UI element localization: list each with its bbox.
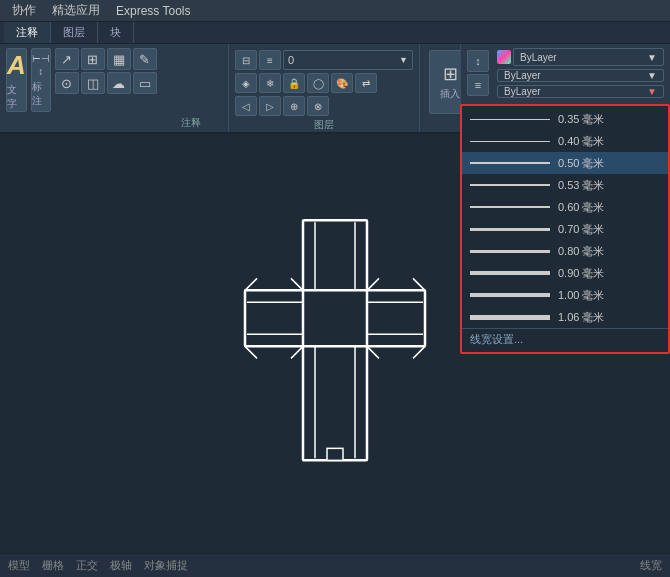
lw-value-060: 0.60 毫米 [558, 200, 604, 215]
layer-prev-btn[interactable]: ◁ [235, 96, 257, 116]
dim-icon: ⊢⊣↕ [32, 52, 50, 78]
osnap-btn[interactable]: 对象捕捉 [144, 558, 188, 573]
layer-mgr-btn[interactable]: ⊟ [235, 50, 257, 70]
text-icon: A [7, 50, 26, 81]
lw-line-106 [470, 315, 550, 320]
layer-props-btn[interactable]: ≡ [259, 50, 281, 70]
text-button[interactable]: A 文字 [6, 48, 27, 112]
layer-color-btn[interactable]: 🎨 [331, 73, 353, 93]
lw-item-106[interactable]: 1.06 毫米 [462, 306, 668, 328]
props-icons: ↕ ≡ [467, 50, 489, 96]
polar-btn[interactable]: 极轴 [110, 558, 132, 573]
svg-rect-14 [327, 448, 343, 460]
lw-item-060[interactable]: 0.60 毫米 [462, 196, 668, 218]
bylayer-row: ↕ ≡ ByLayer ▼ ByLayer ▼ [467, 48, 664, 98]
layer-lock-btn[interactable]: 🔒 [283, 73, 305, 93]
lw-value-090: 0.90 毫米 [558, 266, 604, 281]
lw-value-035: 0.35 毫米 [558, 112, 604, 127]
tab-annot[interactable]: 注释 [4, 22, 51, 43]
lw-item-080[interactable]: 0.80 毫米 [462, 240, 668, 262]
lw-value-070: 0.70 毫米 [558, 222, 604, 237]
lw-line-035 [470, 119, 550, 120]
layer-tools-row: ◈ ❄ 🔒 ◯ 🎨 ⇄ [235, 73, 413, 93]
lw-line-090 [470, 271, 550, 275]
symbol-btn[interactable]: ⊙ [55, 72, 79, 94]
menu-item-collab[interactable]: 协作 [4, 0, 44, 21]
markups-btn[interactable]: ✎ [133, 48, 157, 70]
lineweight-dropdown: 0.35 毫米 0.40 毫米 0.50 毫米 0.53 毫米 0.60 毫米 … [460, 104, 670, 354]
layer-selector[interactable]: 0 ▼ [283, 50, 413, 70]
lw-item-035[interactable]: 0.35 毫米 [462, 108, 668, 130]
cloud-btn[interactable]: ☁ [107, 72, 131, 94]
ortho-btn[interactable]: 正交 [76, 558, 98, 573]
dimension-button[interactable]: ⊢⊣↕ 标注 [31, 48, 51, 112]
lw-value-106: 1.06 毫米 [558, 310, 604, 325]
layer-group: ⊟ ≡ 0 ▼ ◈ ❄ 🔒 ◯ 🎨 ⇄ ◁ ▷ ⊕ ⊗ [229, 44, 420, 132]
svg-line-12 [291, 346, 303, 358]
snap-btn[interactable]: 栅格 [42, 558, 64, 573]
table-btn[interactable]: ⊞ [81, 48, 105, 70]
status-bar: 模型 栅格 正交 极轴 对象捕捉 线宽 [0, 553, 670, 577]
ribbon-tabs: 注释 图层 块 [0, 22, 670, 44]
cross-container [235, 210, 435, 473]
layer-freeze-btn[interactable]: ❄ [259, 73, 281, 93]
layer-match-btn[interactable]: ⇄ [355, 73, 377, 93]
menu-bar: 协作 精选应用 Express Tools [0, 0, 670, 22]
layer-walk-btn[interactable]: ▷ [259, 96, 281, 116]
annot-group-label: 注释 [161, 114, 222, 130]
lw-item-040[interactable]: 0.40 毫米 [462, 130, 668, 152]
props-match-btn[interactable]: ↕ [467, 50, 489, 72]
lw-settings-item[interactable]: 线宽设置... [462, 328, 668, 350]
lw-item-070[interactable]: 0.70 毫米 [462, 218, 668, 240]
lw-item-100[interactable]: 1.00 毫米 [462, 284, 668, 306]
lw-line-040 [470, 141, 550, 142]
hatch-btn[interactable]: ▦ [107, 48, 131, 70]
annotation-group: A 文字 ⊢⊣↕ 标注 ↗ ⊞ ▦ ✎ ⊙ ◫ ☁ ▭ 注释 [0, 44, 229, 132]
svg-rect-1 [245, 290, 425, 346]
layer-state-btn[interactable]: ⊕ [283, 96, 305, 116]
cross-svg [235, 210, 435, 470]
lw-line-080 [470, 250, 550, 253]
lw-value-050: 0.50 毫米 [558, 156, 604, 171]
lw-item-090[interactable]: 0.90 毫米 [462, 262, 668, 284]
color-arrow-icon: ▼ [647, 52, 657, 63]
dim-label: 标注 [32, 80, 50, 108]
svg-line-13 [367, 346, 379, 358]
props-dropdowns: ByLayer ▼ ByLayer ▼ ByLayer ▼ [497, 48, 664, 98]
layer-copy-btn[interactable]: ⊗ [307, 96, 329, 116]
lineweight-selector[interactable]: ByLayer ▼ [497, 85, 664, 98]
layer-value: 0 [288, 54, 294, 66]
color-selector[interactable]: ByLayer ▼ [513, 48, 664, 66]
lw-item-053[interactable]: 0.53 毫米 [462, 174, 668, 196]
props-list-btn[interactable]: ≡ [467, 74, 489, 96]
svg-line-10 [291, 278, 303, 290]
tab-layer[interactable]: 图层 [51, 22, 98, 43]
lw-line-050 [470, 162, 550, 164]
linetype-selector[interactable]: ByLayer ▼ [497, 69, 664, 82]
annot-tool-grid: ↗ ⊞ ▦ ✎ ⊙ ◫ ☁ ▭ [55, 48, 157, 94]
properties-area: ↕ ≡ ByLayer ▼ ByLayer ▼ [460, 44, 670, 134]
lw-item-050[interactable]: 0.50 毫米 [462, 152, 668, 174]
region-btn[interactable]: ◫ [81, 72, 105, 94]
wipeout-btn[interactable]: ▭ [133, 72, 157, 94]
svg-line-18 [413, 346, 425, 358]
lineweight-btn[interactable]: 线宽 [640, 558, 662, 573]
tab-block[interactable]: 块 [98, 22, 134, 43]
ribbon: A 文字 ⊢⊣↕ 标注 ↗ ⊞ ▦ ✎ ⊙ ◫ ☁ ▭ 注释 [0, 44, 670, 134]
insert-icon: ⊞ [443, 63, 458, 85]
lw-line-100 [470, 293, 550, 297]
layer-off-btn[interactable]: ◯ [307, 73, 329, 93]
menu-item-featured[interactable]: 精选应用 [44, 0, 108, 21]
layer-group-label: 图层 [314, 116, 334, 132]
leader-btn[interactable]: ↗ [55, 48, 79, 70]
svg-line-11 [367, 278, 379, 290]
lw-value-100: 1.00 毫米 [558, 288, 604, 303]
color-swatch [497, 50, 511, 64]
lw-line-060 [470, 206, 550, 208]
menu-item-express[interactable]: Express Tools [108, 2, 198, 20]
linetype-label: ByLayer [504, 70, 541, 81]
lw-settings-label: 线宽设置... [470, 332, 523, 347]
layer-iso-btn[interactable]: ◈ [235, 73, 257, 93]
lw-value-053: 0.53 毫米 [558, 178, 604, 193]
layer-arrow-icon: ▼ [399, 55, 408, 65]
